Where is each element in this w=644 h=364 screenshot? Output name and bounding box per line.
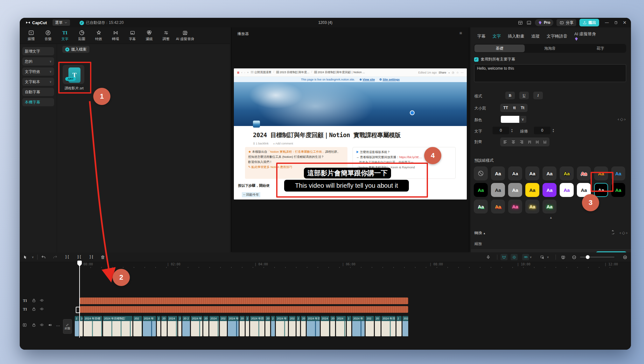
comment-dot[interactable] [410, 110, 415, 115]
comment-icon[interactable]: ◒ [448, 71, 450, 74]
edit-cover-button[interactable]: 封面 [63, 319, 72, 334]
breadcrumb-item-3[interactable]: ▦ 2024 目標制訂與年度回顧｜Notion ... [314, 70, 365, 74]
video-clip[interactable]: 2 [271, 316, 275, 336]
align-right-icon[interactable] [519, 140, 524, 144]
preset-style-10[interactable]: Aa [474, 183, 488, 197]
video-clip[interactable]: 20 2 [182, 316, 190, 336]
align-left-icon[interactable] [503, 140, 508, 144]
video-clip[interactable]: 20 [375, 316, 381, 336]
media-tab-6[interactable]: 轉場 [108, 30, 122, 41]
video-clip[interactable]: 20 [203, 316, 208, 336]
preview-frame-icon[interactable] [560, 254, 567, 260]
video-lock-icon[interactable] [32, 323, 36, 327]
snap-icon[interactable] [511, 254, 518, 260]
sidebar-item-4[interactable]: 文字範本∨ [22, 78, 54, 86]
record-voiceover-icon[interactable] [485, 254, 492, 260]
preset-style-15[interactable]: Aa [560, 183, 574, 197]
star-icon[interactable]: ☆ [456, 71, 459, 74]
preset-style-21[interactable]: Aa [508, 200, 522, 214]
clock-icon[interactable]: ◷ [452, 71, 454, 74]
menu-button[interactable]: 選單 [52, 19, 70, 26]
preset-style-3[interactable]: Aa [508, 166, 522, 180]
trim-left-tool[interactable]: ⁆[ [76, 254, 83, 260]
transform-label[interactable]: 轉換 ▲ [474, 230, 486, 236]
video-clip[interactable]: 202 [133, 316, 142, 336]
delete-button[interactable] [99, 254, 106, 260]
media-tab-8[interactable]: 濾鏡 [142, 30, 156, 41]
video-clip[interactable]: 2 [246, 316, 249, 336]
share-link[interactable]: Share [439, 71, 446, 74]
preset-style-23[interactable]: Aa [542, 200, 556, 214]
video-mute-icon[interactable] [48, 323, 52, 327]
video-clip[interactable]: 202 [220, 316, 227, 336]
subtab-1[interactable]: 基礎 [474, 45, 525, 52]
link-dropdown[interactable]: ∨ [527, 254, 534, 260]
line-spacing-input[interactable]: 0 [534, 127, 550, 134]
import-file-button[interactable]: + 匯入檔案 [62, 46, 89, 53]
track1-lock-icon[interactable] [32, 298, 36, 303]
text-spacing-stepper[interactable]: ▲▼ [510, 127, 514, 134]
video-clip[interactable]: 2024 年 [352, 316, 365, 336]
preset-style-13[interactable]: Aa [525, 183, 539, 197]
video-visibility-icon[interactable] [39, 323, 44, 327]
media-tab-7[interactable]: 字幕 [125, 30, 139, 41]
maximize-button[interactable] [614, 21, 618, 24]
video-clip[interactable]: 202 [366, 316, 374, 336]
media-tab-10[interactable]: AI 虛擬替身 [176, 30, 194, 41]
settings-tab-2[interactable]: 文字 [493, 33, 501, 39]
subtab-3[interactable]: 花字 [575, 45, 626, 52]
transform-keyframe-controls[interactable]: ‹◇› [620, 230, 628, 235]
video-clip[interactable]: 2( [80, 316, 83, 336]
settings-tab-6[interactable]: AI 虛擬替身 [574, 31, 597, 41]
video-track[interactable]: 22(2024 年目標2024 年目標制訂2022024 年2202024220… [75, 316, 408, 336]
nav-back-icon[interactable]: ‹ [242, 71, 242, 74]
video-clip[interactable]: 2024 [402, 316, 408, 336]
add-comment-label[interactable]: ◒ Add comment [273, 142, 293, 145]
reset-icon[interactable] [612, 230, 616, 234]
video-clip[interactable]: 20 [161, 316, 167, 336]
video-clip[interactable]: 20 [301, 316, 306, 336]
undo-button[interactable] [40, 254, 47, 260]
valign-bottom-icon[interactable] [543, 140, 547, 144]
media-tab-4[interactable]: 貼圖 [75, 30, 89, 41]
track1-visibility-icon[interactable] [39, 298, 44, 302]
checkbox-checked-icon[interactable]: ✓ [474, 57, 479, 62]
color-dropdown[interactable]: ∨ [519, 116, 526, 123]
preset-style-11[interactable]: Aa [491, 183, 505, 197]
nav-add-icon[interactable]: + [247, 71, 249, 74]
video-clip[interactable]: 2024 年 [191, 316, 202, 336]
preset-style-4[interactable]: Aa [525, 166, 539, 180]
preset-style-22[interactable]: Aa [525, 200, 539, 214]
settings-tab-4[interactable]: 追蹤 [531, 33, 540, 39]
split-tool[interactable]: ][ [64, 254, 71, 260]
site-settings-link[interactable]: ⚙ Site settings [379, 78, 400, 81]
sidebar-item-2[interactable]: 您的∨ [22, 57, 54, 66]
case-option-1[interactable]: TT [503, 106, 508, 110]
video-clip[interactable]: 2024 年目標 [307, 316, 320, 336]
track2-lock-icon[interactable] [32, 307, 36, 311]
video-more-icon[interactable]: ⋯ [56, 324, 60, 328]
layout-toggle-icon[interactable] [518, 20, 523, 25]
settings-tab-1[interactable]: 字幕 [477, 33, 486, 39]
line-spacing-stepper[interactable]: ▲▼ [551, 127, 556, 134]
valign-top-icon[interactable] [528, 140, 532, 144]
align-center-icon[interactable] [511, 140, 516, 144]
case-option-2[interactable]: tt [513, 106, 516, 110]
zoom-out-icon[interactable] [570, 254, 578, 260]
video-clip[interactable]: 20 [330, 316, 335, 336]
sidebar-item-1[interactable]: 新增文字 [22, 47, 54, 55]
preset-style-7[interactable]: Aa [577, 166, 591, 180]
trim-right-tool[interactable]: ]⁅ [88, 254, 95, 260]
preset-style-19[interactable]: Aa [474, 200, 488, 214]
minimize-button[interactable]: — [605, 20, 609, 25]
underline-button[interactable]: U [519, 92, 529, 99]
preset-style-5[interactable]: Aa [542, 166, 556, 180]
media-tab-5[interactable]: 特效 [92, 30, 106, 41]
preset-style-20[interactable]: Aa [491, 200, 505, 214]
sidebar-item-3[interactable]: 文字特效∨ [22, 67, 54, 76]
share-button[interactable]: 分享 [556, 19, 576, 26]
media-tab-3[interactable]: TI文字 [58, 30, 72, 41]
select-mode-dropdown[interactable]: ∨ [544, 254, 551, 260]
video-clip[interactable]: 2 [297, 316, 300, 336]
video-clip[interactable]: 2 [157, 316, 160, 336]
